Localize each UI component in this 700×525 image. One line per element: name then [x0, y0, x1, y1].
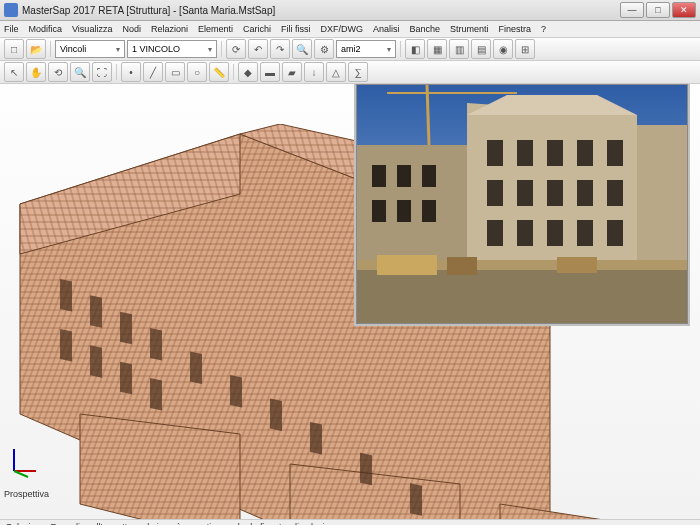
svg-rect-53 — [377, 255, 437, 275]
layer-combo[interactable]: ami2 — [336, 40, 396, 58]
load-icon[interactable]: ↓ — [304, 62, 324, 82]
svg-rect-39 — [517, 220, 533, 246]
minimize-button[interactable]: — — [620, 2, 644, 18]
app-icon — [4, 3, 18, 17]
svg-rect-42 — [607, 220, 623, 246]
toolbar-separator — [400, 41, 401, 57]
select-icon[interactable]: ↖ — [4, 62, 24, 82]
window-buttons: — □ ✕ — [620, 2, 696, 18]
menu-strumenti[interactable]: Strumenti — [450, 24, 489, 34]
undo-icon[interactable]: ↶ — [248, 39, 268, 59]
close-button[interactable]: ✕ — [672, 2, 696, 18]
command-hint-bar: Selezione: Fare clic sull'oggetto; nel p… — [0, 519, 700, 525]
svg-rect-48 — [372, 200, 386, 222]
selection-mode-value: Vincoli — [60, 44, 86, 54]
toolbar-row-2: ↖ ✋ ⟲ 🔍 ⛶ • ╱ ▭ ○ 📏 ◆ ▬ ▰ ↓ △ ∑ — [0, 61, 700, 84]
toolbar-separator — [50, 41, 51, 57]
toolbar-separator — [233, 64, 234, 80]
menu-modifica[interactable]: Modifica — [29, 24, 63, 34]
svg-rect-46 — [397, 165, 411, 187]
svg-rect-43 — [637, 125, 687, 275]
element-icon[interactable]: ▬ — [260, 62, 280, 82]
refresh-icon[interactable]: ⟳ — [226, 39, 246, 59]
viewport-3d[interactable]: Prospettiva — [0, 84, 700, 519]
menu-relazioni[interactable]: Relazioni — [151, 24, 188, 34]
circle-icon[interactable]: ○ — [187, 62, 207, 82]
line-icon[interactable]: ╱ — [143, 62, 163, 82]
toolbar-separator — [116, 64, 117, 80]
vincolo-combo[interactable]: 1 VINCOLO — [127, 40, 217, 58]
menu-analisi[interactable]: Analisi — [373, 24, 400, 34]
zoom-fit-icon[interactable]: ⛶ — [92, 62, 112, 82]
menu-carichi[interactable]: Carichi — [243, 24, 271, 34]
svg-rect-33 — [487, 180, 503, 206]
view-front-icon[interactable]: ▥ — [449, 39, 469, 59]
svg-rect-9 — [90, 295, 102, 328]
menu-file[interactable]: File — [4, 24, 19, 34]
support-icon[interactable]: △ — [326, 62, 346, 82]
svg-rect-55 — [557, 257, 597, 273]
toolbar-row-1: □ 📂 Vincoli 1 VINCOLO ⟳ ↶ ↷ 🔍 ⚙ ami2 ◧ ▦… — [0, 38, 700, 61]
maximize-button[interactable]: □ — [646, 2, 670, 18]
window-titlebar: MasterSap 2017 RETA [Struttura] - [Santa… — [0, 0, 700, 21]
menu-elementi[interactable]: Elementi — [198, 24, 233, 34]
menu-fili-fissi[interactable]: Fili fissi — [281, 24, 311, 34]
settings-icon[interactable]: ⚙ — [314, 39, 334, 59]
svg-rect-20 — [120, 362, 132, 395]
svg-rect-19 — [90, 345, 102, 378]
view-side-icon[interactable]: ▤ — [471, 39, 491, 59]
viewport-label: Prospettiva — [4, 489, 49, 499]
menu-visualizza[interactable]: Visualizza — [72, 24, 112, 34]
pan-icon[interactable]: ✋ — [26, 62, 46, 82]
menu-nodi[interactable]: Nodi — [122, 24, 141, 34]
svg-rect-10 — [120, 312, 132, 345]
axis-triad-icon — [6, 443, 42, 479]
point-icon[interactable]: • — [121, 62, 141, 82]
svg-rect-50 — [422, 200, 436, 222]
redo-icon[interactable]: ↷ — [270, 39, 290, 59]
vincolo-value: 1 VINCOLO — [132, 44, 180, 54]
svg-rect-16 — [360, 453, 372, 486]
svg-rect-13 — [230, 375, 242, 408]
svg-rect-32 — [607, 140, 623, 166]
svg-rect-21 — [150, 378, 162, 411]
rotate-icon[interactable]: ⟲ — [48, 62, 68, 82]
svg-rect-41 — [577, 220, 593, 246]
menu-finestra[interactable]: Finestra — [499, 24, 532, 34]
analysis-icon[interactable]: ∑ — [348, 62, 368, 82]
svg-rect-14 — [270, 399, 282, 432]
view-iso-icon[interactable]: ◧ — [405, 39, 425, 59]
svg-rect-54 — [447, 257, 477, 275]
rect-icon[interactable]: ▭ — [165, 62, 185, 82]
svg-rect-35 — [547, 180, 563, 206]
svg-rect-36 — [577, 180, 593, 206]
svg-rect-37 — [607, 180, 623, 206]
svg-rect-28 — [487, 140, 503, 166]
svg-rect-31 — [577, 140, 593, 166]
reference-photo-overlay[interactable] — [356, 84, 688, 324]
search-icon[interactable]: 🔍 — [292, 39, 312, 59]
wireframe-icon[interactable]: ⊞ — [515, 39, 535, 59]
svg-rect-11 — [150, 328, 162, 361]
zoom-icon[interactable]: 🔍 — [70, 62, 90, 82]
window-title: MasterSap 2017 RETA [Struttura] - [Santa… — [22, 5, 620, 16]
view-top-icon[interactable]: ▦ — [427, 39, 447, 59]
svg-rect-15 — [310, 422, 322, 455]
layer-value: ami2 — [341, 44, 361, 54]
svg-rect-45 — [372, 165, 386, 187]
render-icon[interactable]: ◉ — [493, 39, 513, 59]
svg-rect-12 — [190, 352, 202, 385]
svg-rect-17 — [410, 483, 422, 516]
menu-bar: File Modifica Visualizza Nodi Relazioni … — [0, 21, 700, 38]
new-icon[interactable]: □ — [4, 39, 24, 59]
menu-help[interactable]: ? — [541, 24, 546, 34]
open-icon[interactable]: 📂 — [26, 39, 46, 59]
measure-icon[interactable]: 📏 — [209, 62, 229, 82]
menu-banche[interactable]: Banche — [409, 24, 440, 34]
selection-mode-combo[interactable]: Vincoli — [55, 40, 125, 58]
plate-icon[interactable]: ▰ — [282, 62, 302, 82]
toolbar-separator — [221, 41, 222, 57]
svg-rect-18 — [60, 329, 72, 362]
node-icon[interactable]: ◆ — [238, 62, 258, 82]
menu-dxf-dwg[interactable]: DXF/DWG — [320, 24, 363, 34]
